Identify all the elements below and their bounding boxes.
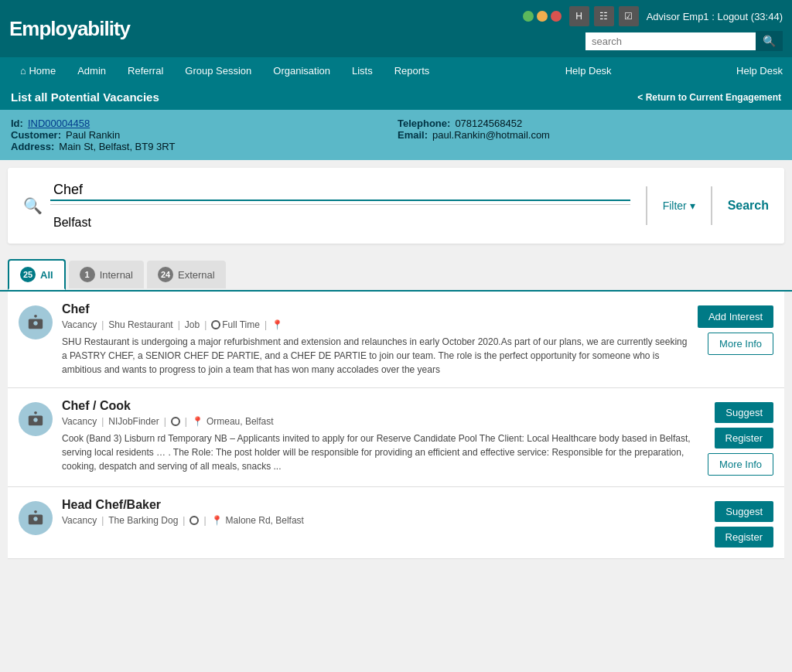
check-button[interactable]: ☑ xyxy=(619,6,639,26)
customer-info: Id: IND00004458 Customer: Paul Rankin Ad… xyxy=(0,110,792,160)
h-button[interactable]: H xyxy=(569,6,589,26)
tab-all-badge: 25 xyxy=(20,267,36,282)
suggest-button-3[interactable]: Suggest xyxy=(715,501,773,522)
page-title-bar: List all Potential Vacancies < Return to… xyxy=(0,84,792,110)
vacancy-actions-2: Suggest Register More Info xyxy=(708,402,773,476)
search-button[interactable]: Search xyxy=(728,199,769,213)
clock-icon-2 xyxy=(171,417,180,426)
vacancy-meta-2: Vacancy | NIJobFinder | | 📍 Ormeau, Belf… xyxy=(62,416,698,427)
home-icon: ⌂ xyxy=(20,65,26,77)
vacancy-title-2: Chef / Cook xyxy=(62,399,698,413)
more-info-button-1[interactable]: More Info xyxy=(708,333,773,355)
return-link[interactable]: < Return to Current Engagement xyxy=(637,92,781,103)
search-icon: 🔍 xyxy=(23,196,43,215)
tab-external-label: External xyxy=(178,269,215,281)
register-button-2[interactable]: Register xyxy=(715,428,773,449)
customer-address: Main St, Belfast, BT9 3RT xyxy=(59,141,175,152)
help-desk-link[interactable]: Help Desk xyxy=(736,65,783,77)
vacancy-meta-3: Vacancy | The Barking Dog | | 📍 Malone R… xyxy=(62,515,705,526)
email-label: Email: xyxy=(398,129,428,141)
nav-reports[interactable]: Reports xyxy=(384,57,441,84)
vacancy-title-3: Head Chef/Baker xyxy=(62,498,705,512)
vacancy-item-3: Head Chef/Baker Vacancy | The Barking Do… xyxy=(8,487,784,559)
location-pin-1: 📍 xyxy=(271,319,283,330)
tabs-bar: 25 All 1 Internal 24 External xyxy=(0,251,792,292)
job-search-input[interactable] xyxy=(50,180,630,201)
header-search-bar: 🔍 xyxy=(585,31,783,51)
nav-help[interactable]: Help Desk xyxy=(555,57,623,84)
telephone-label: Telephone: xyxy=(398,118,450,129)
location-search-input[interactable] xyxy=(50,214,630,231)
vacancy-content-2: Chef / Cook Vacancy | NIJobFinder | | 📍 … xyxy=(62,399,698,473)
more-info-button-2[interactable]: More Info xyxy=(708,453,773,476)
nav-admin[interactable]: Admin xyxy=(67,57,117,84)
address-label: Address: xyxy=(11,141,54,152)
vacancy-list: Chef Vacancy | Shu Restaurant | Job | Fu… xyxy=(8,292,784,559)
clock-icon-3 xyxy=(189,516,199,525)
vacancy-item-2: Chef / Cook Vacancy | NIJobFinder | | 📍 … xyxy=(8,388,784,487)
customer-telephone: 078124568452 xyxy=(455,118,522,129)
nav-group-session[interactable]: Group Session xyxy=(174,57,262,84)
tab-all[interactable]: 25 All xyxy=(8,259,66,290)
location-pin-2: 📍 xyxy=(192,416,203,427)
vacancy-content-3: Head Chef/Baker Vacancy | The Barking Do… xyxy=(62,498,705,530)
vacancy-desc-1: SHU Restaurant is undergoing a major ref… xyxy=(62,335,688,377)
customer-name: Paul Rankin xyxy=(66,129,120,141)
customer-id-link[interactable]: IND00004458 xyxy=(28,118,90,129)
suggest-button-2[interactable]: Suggest xyxy=(715,402,773,423)
doc-button[interactable]: ☷ xyxy=(594,6,614,26)
nav-home[interactable]: ⌂ Home xyxy=(9,57,67,84)
customer-email: paul.Rankin@hotmail.com xyxy=(432,129,550,141)
vacancy-actions-3: Suggest Register xyxy=(715,501,773,547)
vacancy-content-1: Chef Vacancy | Shu Restaurant | Job | Fu… xyxy=(62,302,688,377)
vacancy-icon-3 xyxy=(19,501,53,535)
vacancy-title-1: Chef xyxy=(62,302,688,316)
page-title: List all Potential Vacancies xyxy=(11,90,159,104)
app-logo: Employability xyxy=(9,17,130,41)
tab-external[interactable]: 24 External xyxy=(147,261,226,288)
main-nav: ⌂ Home Admin Referral Group Session Orga… xyxy=(0,57,792,84)
header-search-button[interactable]: 🔍 xyxy=(756,31,783,51)
customer-label: Customer: xyxy=(11,129,61,141)
register-button-3[interactable]: Register xyxy=(715,527,773,547)
vacancy-actions-1: Add Interest More Info xyxy=(698,305,773,355)
nav-organisation[interactable]: Organisation xyxy=(262,57,341,84)
tab-internal-label: Internal xyxy=(100,269,133,281)
nav-referral[interactable]: Referral xyxy=(117,57,174,84)
add-interest-button-1[interactable]: Add Interest xyxy=(698,305,773,328)
vacancy-item-1: Chef Vacancy | Shu Restaurant | Job | Fu… xyxy=(8,292,784,388)
search-panel: 🔍 Filter ▾ Search xyxy=(8,168,784,244)
traffic-lights xyxy=(523,11,562,22)
tab-external-badge: 24 xyxy=(158,267,173,282)
vacancy-meta-1: Vacancy | Shu Restaurant | Job | Full Ti… xyxy=(62,319,688,330)
header-search-input[interactable] xyxy=(585,32,756,50)
nav-lists[interactable]: Lists xyxy=(341,57,384,84)
tab-all-label: All xyxy=(40,269,53,281)
filter-button[interactable]: Filter ▾ xyxy=(663,200,695,212)
tab-internal[interactable]: 1 Internal xyxy=(69,261,144,288)
vacancy-icon-1 xyxy=(19,305,53,339)
vacancy-desc-2: Cook (Band 3) Lisburn rd Temporary NB – … xyxy=(62,432,698,473)
advisor-text: Advisor Emp1 : Logout (33:44) xyxy=(647,11,783,22)
tab-internal-badge: 1 xyxy=(80,267,95,282)
clock-icon-1 xyxy=(211,320,220,329)
vacancy-icon-2 xyxy=(19,402,53,436)
id-label: Id: xyxy=(11,118,23,129)
location-pin-3: 📍 xyxy=(211,515,223,526)
